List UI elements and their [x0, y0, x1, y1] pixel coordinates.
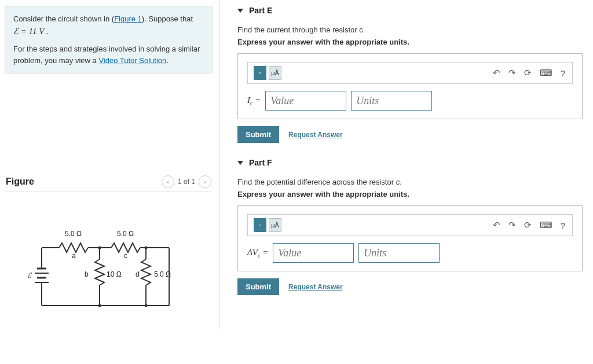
template-button[interactable]: ▫: [254, 218, 266, 232]
r-top-right-label: 5.0 Ω: [117, 230, 134, 238]
emf-value: ℰ = 11 V .: [13, 27, 49, 36]
part-title: Part E: [249, 6, 272, 15]
units-template-button[interactable]: μÅ: [269, 66, 281, 80]
help-icon[interactable]: ?: [559, 220, 566, 230]
figure-pager: ‹ 1 of 1 ›: [162, 175, 211, 188]
intro-text: Consider the circuit shown in (: [13, 14, 114, 23]
part-e: Part E Find the current through the resi…: [237, 6, 583, 143]
keyboard-icon[interactable]: ⌨: [539, 220, 554, 230]
question-text: Find the current through the resistor c.: [237, 25, 583, 34]
request-answer-link[interactable]: Request Answer: [288, 131, 343, 139]
figure-title: Figure: [6, 177, 34, 187]
instruction-text: Express your answer with the appropriate…: [237, 38, 583, 46]
redo-icon[interactable]: ↷: [507, 68, 517, 78]
collapse-icon[interactable]: [237, 161, 243, 165]
prev-figure-button[interactable]: ‹: [162, 175, 174, 188]
variable-label: ΔVc =: [247, 248, 268, 259]
answer-toolbar: ▫ μÅ ↶ ↷ ⟳ ⌨ ?: [247, 214, 573, 236]
svg-point-15: [98, 247, 101, 249]
answer-box: ▫ μÅ ↶ ↷ ⟳ ⌨ ? Ic =: [237, 53, 583, 119]
submit-button[interactable]: Submit: [237, 278, 279, 295]
part-title: Part F: [249, 158, 272, 167]
answer-box: ▫ μÅ ↶ ↷ ⟳ ⌨ ? ΔVc =: [237, 205, 583, 271]
svg-point-16: [145, 247, 148, 249]
svg-point-18: [145, 304, 148, 307]
template-button[interactable]: ▫: [254, 66, 266, 80]
intro-text: ). Suppose that: [142, 14, 193, 23]
r-mid-label: 10 Ω: [107, 270, 122, 278]
units-input[interactable]: [358, 243, 440, 263]
node-b-label: b: [85, 270, 89, 278]
variable-label: Ic =: [247, 95, 261, 106]
units-template-button[interactable]: μÅ: [269, 218, 281, 232]
node-d-label: d: [136, 270, 140, 278]
next-figure-button[interactable]: ›: [199, 175, 211, 188]
video-tutor-link[interactable]: Video Tutor Solution: [98, 56, 166, 65]
answer-toolbar: ▫ μÅ ↶ ↷ ⟳ ⌨ ?: [247, 62, 573, 84]
reset-icon[interactable]: ⟳: [523, 68, 533, 78]
instruction-text: Express your answer with the appropriate…: [237, 190, 583, 198]
emf-label: ℰ: [27, 271, 32, 280]
request-answer-link[interactable]: Request Answer: [288, 283, 343, 291]
svg-point-17: [98, 304, 101, 307]
units-input[interactable]: [351, 91, 432, 111]
collapse-icon[interactable]: [237, 9, 243, 13]
r-top-left-label: 5.0 Ω: [65, 230, 82, 238]
help-icon[interactable]: ?: [559, 68, 566, 78]
value-input[interactable]: [273, 243, 354, 263]
intro-text: .: [166, 56, 169, 65]
redo-icon[interactable]: ↷: [507, 220, 517, 230]
circuit-diagram: 5.0 Ω 5.0 Ω a c b 10 Ω d 5.0 Ω ℰ: [19, 219, 192, 317]
undo-icon[interactable]: ↶: [492, 220, 502, 230]
reset-icon[interactable]: ⟳: [523, 220, 533, 230]
node-c-label: c: [124, 252, 127, 260]
r-right-label: 5.0 Ω: [154, 270, 171, 278]
keyboard-icon[interactable]: ⌨: [539, 68, 554, 78]
undo-icon[interactable]: ↶: [492, 68, 502, 78]
submit-button[interactable]: Submit: [237, 126, 279, 143]
node-a-label: a: [72, 252, 76, 260]
question-text: Find the potential difference across the…: [237, 178, 583, 186]
value-input[interactable]: [265, 91, 346, 111]
part-f: Part F Find the potential difference acr…: [237, 158, 583, 295]
page-indicator: 1 of 1: [178, 178, 195, 186]
problem-intro: Consider the circuit shown in (Figure 1)…: [5, 6, 213, 73]
figure-link[interactable]: Figure 1: [114, 14, 142, 23]
